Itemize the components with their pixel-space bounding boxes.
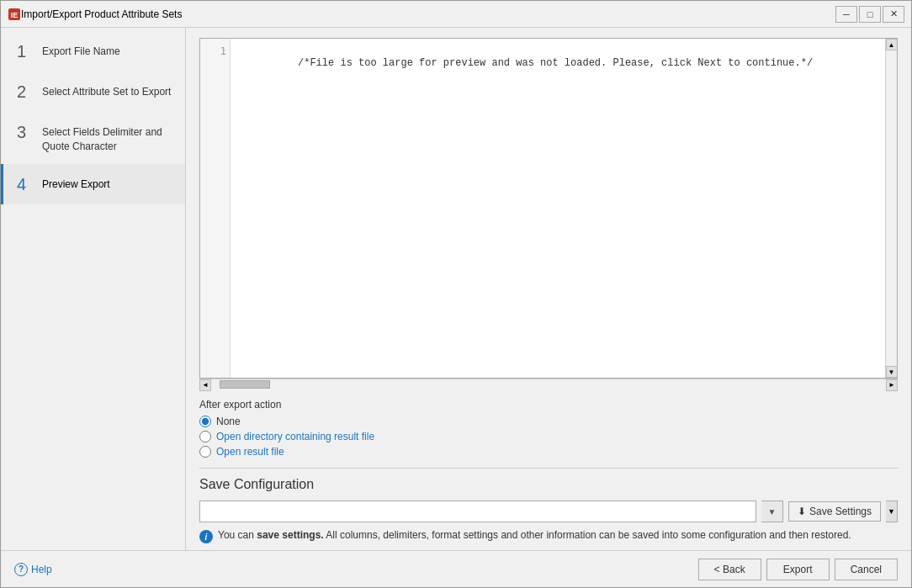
sidebar-item-1[interactable]: 1 Export File Name bbox=[1, 31, 185, 72]
save-config-title: Save Configuration bbox=[199, 477, 898, 492]
scroll-left-arrow[interactable]: ◄ bbox=[199, 379, 211, 391]
radio-open-file-label: Open result file bbox=[216, 446, 284, 458]
step-label-3: Select Fields Delimiter and Quote Charac… bbox=[42, 122, 172, 154]
help-label: Help bbox=[31, 564, 52, 575]
radio-open-file[interactable]: Open result file bbox=[199, 446, 898, 458]
horizontal-scrollbar: ◄ ► bbox=[199, 379, 898, 390]
scroll-right-arrow[interactable]: ► bbox=[886, 379, 898, 391]
close-button[interactable]: ✕ bbox=[883, 6, 904, 23]
save-settings-button[interactable]: ⬇ Save Settings bbox=[788, 501, 881, 522]
sidebar: 1 Export File Name 2 Select Attribute Se… bbox=[1, 28, 186, 550]
radio-none-label: None bbox=[216, 416, 241, 427]
app-icon: IE bbox=[8, 8, 21, 21]
options-area: After export action None Open directory … bbox=[199, 390, 898, 550]
editor-content[interactable]: /*File is too large for preview and was … bbox=[231, 39, 885, 378]
editor-gutter: 1 bbox=[200, 39, 231, 378]
vertical-scrollbar: ▲ ▼ bbox=[885, 39, 897, 378]
cancel-button[interactable]: Cancel bbox=[835, 559, 898, 580]
config-dropdown-arrow[interactable]: ▼ bbox=[761, 501, 783, 522]
radio-open-dir-label: Open directory containing result file bbox=[216, 431, 374, 442]
window-title: Import/Export Product Attribute Sets bbox=[21, 8, 835, 20]
after-export-label: After export action bbox=[199, 399, 898, 411]
after-export-radio-group: None Open directory containing result fi… bbox=[199, 416, 898, 458]
sidebar-item-3[interactable]: 3 Select Fields Delimiter and Quote Char… bbox=[1, 112, 185, 164]
info-prefix: You can bbox=[218, 529, 257, 541]
config-name-input[interactable] bbox=[199, 501, 756, 522]
footer-buttons: < Back Export Cancel bbox=[698, 559, 898, 580]
radio-open-file-input[interactable] bbox=[199, 446, 211, 458]
main-panel: 1 /*File is too large for preview and wa… bbox=[186, 28, 911, 550]
scroll-track-v[interactable] bbox=[886, 50, 897, 366]
main-window: IE Import/Export Product Attribute Sets … bbox=[0, 0, 912, 588]
radio-none[interactable]: None bbox=[199, 416, 898, 427]
step-number-3: 3 bbox=[17, 122, 34, 142]
editor-text: /*File is too large for preview and was … bbox=[298, 57, 813, 69]
sidebar-item-4[interactable]: 4 Preview Export bbox=[1, 164, 185, 204]
help-icon: ? bbox=[14, 563, 28, 576]
save-icon: ⬇ bbox=[798, 506, 806, 517]
info-row: i You can save settings. All columns, de… bbox=[199, 529, 898, 543]
step-number-4: 4 bbox=[17, 174, 34, 194]
scroll-track-h[interactable] bbox=[211, 379, 886, 390]
back-button[interactable]: < Back bbox=[698, 559, 761, 580]
preview-editor: 1 /*File is too large for preview and wa… bbox=[199, 38, 898, 379]
info-text: You can save settings. All columns, deli… bbox=[218, 529, 851, 541]
line-number-1: 1 bbox=[220, 45, 226, 57]
svg-text:IE: IE bbox=[11, 11, 19, 19]
info-bold: save settings. bbox=[257, 529, 323, 541]
title-bar: IE Import/Export Product Attribute Sets … bbox=[1, 1, 911, 28]
maximize-button[interactable]: □ bbox=[859, 6, 881, 23]
save-config-section: Save Configuration ▼ ⬇ Save Settings ▼ i bbox=[199, 468, 898, 543]
sidebar-item-2[interactable]: 2 Select Attribute Set to Export bbox=[1, 72, 185, 112]
step-label-2: Select Attribute Set to Export bbox=[42, 82, 171, 99]
radio-open-dir[interactable]: Open directory containing result file bbox=[199, 431, 898, 442]
step-label-1: Export File Name bbox=[42, 41, 120, 59]
scroll-down-arrow[interactable]: ▼ bbox=[886, 366, 898, 378]
info-icon: i bbox=[199, 530, 213, 543]
help-link[interactable]: ? Help bbox=[14, 563, 52, 576]
footer: ? Help < Back Export Cancel bbox=[1, 550, 911, 587]
scroll-thumb-h[interactable] bbox=[220, 380, 270, 389]
export-button[interactable]: Export bbox=[766, 559, 830, 580]
save-config-row: ▼ ⬇ Save Settings ▼ bbox=[199, 501, 898, 522]
step-label-4: Preview Export bbox=[42, 174, 110, 192]
radio-none-input[interactable] bbox=[199, 416, 211, 427]
radio-open-dir-input[interactable] bbox=[199, 431, 211, 442]
minimize-button[interactable]: ─ bbox=[835, 6, 857, 23]
save-settings-dropdown-arrow[interactable]: ▼ bbox=[886, 501, 898, 522]
content-area: 1 Export File Name 2 Select Attribute Se… bbox=[1, 28, 911, 550]
title-bar-buttons: ─ □ ✕ bbox=[835, 6, 904, 23]
info-suffix: All columns, delimiters, format settings… bbox=[324, 529, 851, 541]
step-number-1: 1 bbox=[17, 41, 34, 61]
scroll-up-arrow[interactable]: ▲ bbox=[886, 39, 898, 50]
step-number-2: 2 bbox=[17, 82, 34, 102]
save-settings-label: Save Settings bbox=[809, 506, 872, 517]
